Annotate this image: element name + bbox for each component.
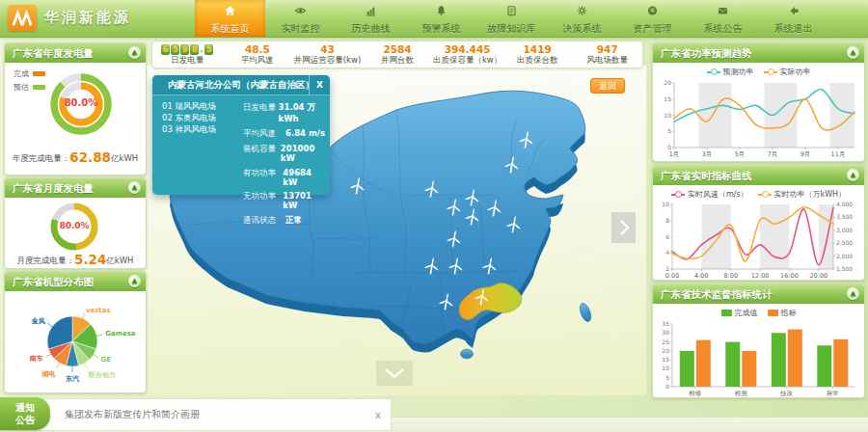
panel-annual-generation: 广东省年度发电量 ▲ 完成预估 80.0% 年度完成电量：62.88亿kWH	[4, 42, 147, 176]
stat-3: 2584并网台数	[363, 44, 433, 66]
tooltip-row: 有功功率49684 kW	[243, 168, 326, 187]
svg-text:异常: 异常	[827, 390, 839, 397]
back-button[interactable]: 返回	[590, 78, 625, 94]
realtime-legend: 实时风速（m/s）实时功率（万kWH）	[653, 187, 864, 202]
stat-label: 出质保容量（kw）	[433, 56, 502, 65]
tooltip-farm-list: 01 瑞风风电场02 东奥风电场03 祥风风电场	[162, 100, 239, 135]
collapse-arrow-icon[interactable]: ▲	[128, 181, 141, 194]
daily-generation-counter: 6598.5	[161, 44, 213, 55]
legend-item: 预估	[14, 82, 45, 93]
dashboard: 华润新能源 系统首页实时监控历史曲线预警系统故障知识库决策系统¥资产管理系统公告…	[0, 0, 868, 432]
annual-value: 62.88	[69, 149, 111, 165]
stat-value: 2584	[383, 44, 411, 56]
svg-text:2,000: 2,000	[836, 253, 853, 259]
carousel-down-arrow-icon[interactable]	[376, 361, 413, 386]
svg-text:0:00: 0:00	[665, 272, 680, 280]
home-icon	[224, 2, 236, 20]
nav-item-decision[interactable]: 决策系统	[547, 0, 617, 37]
stat-4: 394.445出质保容量（kw）	[432, 44, 502, 66]
nav-item-label: 系统首页	[211, 22, 250, 36]
chart-icon	[365, 2, 377, 20]
nav-item-alert[interactable]: 预警系统	[406, 0, 476, 37]
collapse-arrow-icon[interactable]: ▲	[847, 287, 859, 300]
monthly-percent: 80.0%	[48, 221, 100, 230]
monthly-unit: 亿kWH	[106, 256, 133, 265]
tooltip-row: 通讯状态正常	[243, 215, 326, 227]
nav-item-label: 决策系统	[563, 22, 602, 36]
svg-text:20: 20	[664, 79, 671, 86]
nav-item-monitor[interactable]: 实时监控	[265, 0, 336, 37]
svg-text:5: 5	[665, 374, 669, 381]
svg-text:技改: 技改	[779, 390, 794, 397]
collapse-arrow-icon[interactable]: ▲	[128, 46, 141, 59]
panel-realtime-index: 广东省实时指标曲线 ▲ 实时风速（m/s）实时功率（万kWH） 2468101,…	[652, 165, 865, 281]
annual-legend: 完成预估	[14, 68, 45, 95]
stat-1: 48.5平均风速	[223, 44, 293, 66]
tooltip-stats: 日发电量31.04 万kWh平均风速6.84 m/s装机容量201000 kW有…	[243, 102, 326, 231]
nav-item-home[interactable]: 系统首页	[195, 0, 265, 37]
notice-bar: 通知公告 集团发布新版宣传片和简介画册 x	[0, 397, 392, 431]
svg-text:金风: 金风	[31, 317, 45, 325]
nav-item-knowledge[interactable]: 故障知识库	[476, 0, 547, 37]
realtime-line-chart: 2468101,5002,0002,5003,0003,5004,0000:00…	[653, 202, 864, 284]
collapse-arrow-icon[interactable]: ▲	[847, 169, 859, 181]
bell-icon	[435, 2, 448, 20]
stat-value: 48.5	[245, 44, 270, 56]
tooltip-row: 平均风速6.84 m/s	[243, 128, 326, 140]
panel-title: 广东省年度发电量	[13, 47, 94, 59]
svg-text:15: 15	[664, 95, 671, 102]
svg-text:检测: 检测	[735, 390, 748, 397]
nav-item-notice[interactable]: 系统公告	[688, 0, 758, 37]
nav-item-label: 系统退出	[774, 22, 813, 36]
exit-icon	[787, 2, 800, 20]
svg-text:12:00: 12:00	[751, 272, 770, 280]
panel-title: 广东省机型分布图	[13, 276, 94, 287]
svg-text:10: 10	[662, 364, 669, 371]
stat-value: 43	[320, 44, 335, 56]
svg-text:湘电: 湘电	[41, 370, 56, 378]
panel-power-forecast: 广东省功率预测趋势 ▲ 预测功率实际功率 051015201月3月5月7月9月1…	[652, 42, 865, 162]
stat-label: 平均风速	[241, 56, 274, 65]
stat-value: 1419	[524, 44, 552, 56]
money-icon: ¥	[646, 2, 659, 20]
nav-item-label: 系统公告	[704, 22, 743, 36]
svg-text:南车: 南车	[29, 354, 43, 363]
notice-close-icon[interactable]: x	[375, 410, 381, 420]
top-nav: 华润新能源 系统首页实时监控历史曲线预警系统故障知识库决策系统¥资产管理系统公告…	[0, 0, 868, 38]
legend-item: 预测功率	[707, 67, 754, 77]
nav-menu: 系统首页实时监控历史曲线预警系统故障知识库决策系统¥资产管理系统公告系统退出	[195, 0, 828, 37]
gear-icon	[576, 2, 588, 20]
nav-item-asset[interactable]: ¥资产管理	[617, 0, 688, 37]
svg-text:10: 10	[664, 112, 671, 119]
stat-label: 出质保台数	[517, 56, 558, 65]
nav-item-exit[interactable]: 系统退出	[758, 0, 828, 37]
stat-0: 6598.5日发电量	[152, 44, 223, 65]
stat-label: 风电场数量	[587, 56, 629, 65]
svg-text:7月: 7月	[768, 150, 778, 158]
tooltip-close-icon[interactable]: X	[309, 75, 323, 94]
panel-title: 广东省功率预测趋势	[661, 47, 752, 59]
nav-item-history[interactable]: 历史曲线	[336, 0, 406, 37]
collapse-arrow-icon[interactable]: ▲	[128, 275, 141, 287]
nav-item-label: 历史曲线	[352, 22, 391, 36]
svg-text:5月: 5月	[735, 150, 746, 158]
svg-text:25: 25	[662, 338, 669, 345]
svg-text:4:00: 4:00	[694, 272, 709, 280]
tooltip-row: 日发电量31.04 万kWh	[243, 102, 326, 123]
mail-icon	[717, 2, 729, 20]
panel-supervision-stats: 广东省技术监督指标统计 ▲ 完成值指标 05101520253035检修检测技改…	[652, 284, 865, 398]
svg-text:3,500: 3,500	[836, 213, 853, 220]
svg-text:8: 8	[665, 217, 669, 224]
collapse-arrow-icon[interactable]: ▲	[847, 46, 859, 59]
svg-text:35: 35	[662, 320, 669, 327]
farm-list-item: 02 东奥风电场	[162, 112, 239, 123]
svg-text:1,500: 1,500	[836, 265, 853, 272]
svg-text:9月: 9月	[800, 150, 811, 158]
svg-text:2,500: 2,500	[836, 239, 853, 246]
legend-item: 实际功率	[764, 67, 811, 77]
carousel-next-arrow-icon[interactable]	[611, 212, 636, 243]
panel-title: 广东省技术监督指标统计	[661, 288, 773, 300]
annual-caption: 年度完成电量：	[13, 153, 70, 163]
svg-text:vestas: vestas	[86, 307, 111, 314]
svg-text:联合动力: 联合动力	[88, 370, 116, 379]
